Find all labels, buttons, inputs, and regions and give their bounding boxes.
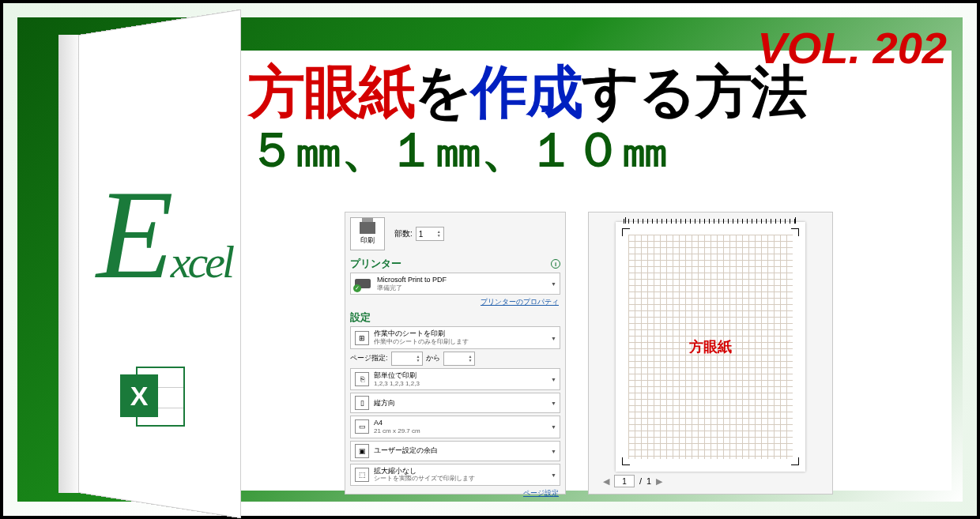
printer-name: Microsoft Print to PDF — [377, 276, 556, 284]
ruler-mark — [625, 217, 626, 224]
settings-section-header: 設定 — [350, 310, 560, 325]
chevron-down-icon: ▼ — [551, 281, 556, 287]
page-to-input[interactable]: ▲▼ — [443, 352, 475, 366]
collate-title: 部単位で印刷 — [374, 371, 556, 380]
print-scope-selector[interactable]: ⊞ 作業中のシートを印刷 作業中のシートのみを印刷します ▼ — [350, 326, 560, 348]
spinner-arrows-icon: ▲▼ — [416, 355, 420, 363]
current-page-input[interactable]: 1 — [614, 475, 635, 487]
paper-size-selector[interactable]: ▭ A4 21 cm x 29.7 cm ▼ — [350, 416, 560, 438]
prev-page-button[interactable]: ◀ — [603, 476, 609, 487]
collate-icon: ⎘ — [355, 372, 369, 386]
total-pages: 1 — [646, 476, 651, 486]
info-icon[interactable]: i — [551, 259, 560, 269]
grid-paper-label: 方眼紙 — [689, 337, 732, 356]
orientation-selector[interactable]: ▯ 縦方向 ▼ — [350, 393, 560, 413]
margins-label: ユーザー設定の余白 — [374, 446, 556, 455]
scaling-selector[interactable]: ⬚ 拡大縮小なし シートを実際のサイズで印刷します ▼ — [350, 464, 560, 486]
title-part-1: 方眼紙 — [248, 60, 414, 123]
printer-section-header: プリンター i — [350, 257, 560, 271]
title-part-2: を — [414, 60, 471, 123]
spinner-arrows-icon: ▲▼ — [469, 355, 473, 363]
printer-device-icon: ✓ — [355, 276, 372, 291]
excel-branding: Excel X — [96, 181, 223, 431]
paper-icon: ▭ — [355, 419, 369, 434]
margins-selector[interactable]: ▣ ユーザー設定の余白 ▼ — [350, 441, 560, 461]
print-button[interactable]: 印刷 — [350, 217, 385, 250]
page-range-row: ページ指定: ▲▼ から ▲▼ — [350, 352, 560, 366]
paper-sub: 21 cm x 29.7 cm — [374, 427, 556, 435]
printer-icon — [360, 222, 375, 234]
page-navigator: ◀ 1 / 1 ▶ — [603, 475, 662, 487]
chevron-down-icon: ▼ — [551, 448, 556, 453]
chevron-down-icon: ▼ — [551, 472, 556, 477]
title-sizes: ５㎜、１㎜、１０㎜ — [248, 118, 806, 182]
title-line-1: 方眼紙を作成する方法 — [248, 62, 806, 122]
grid-paper-preview: 方眼紙 — [628, 235, 793, 459]
preview-page: 方眼紙 — [616, 222, 805, 472]
copies-value: 1 — [419, 230, 424, 239]
page-range-to-label: から — [426, 353, 440, 363]
excel-letter-rest: xcel — [171, 236, 232, 288]
title-block: 方眼紙を作成する方法 ５㎜、１㎜、１０㎜ — [248, 62, 806, 182]
page-range-label: ページ指定: — [350, 353, 388, 363]
print-button-row: 印刷 部数: 1 ▲▼ — [350, 217, 560, 250]
scaling-sub: シートを実際のサイズで印刷します — [374, 475, 556, 483]
excel-letter-e: E — [96, 164, 171, 305]
excel-app-icon: X — [120, 363, 187, 431]
copies-input[interactable]: 1 ▲▼ — [416, 227, 444, 241]
page-sep: / — [639, 476, 642, 486]
scaling-icon: ⬚ — [355, 468, 369, 482]
chevron-down-icon: ▼ — [551, 401, 556, 406]
collate-sub: 1,2,3 1,2,3 1,2,3 — [374, 380, 556, 388]
excel-x-badge: X — [120, 374, 158, 417]
portrait-icon: ▯ — [355, 396, 369, 410]
thumbnail-frame: Excel X VOL. 202 方眼紙を作成する方法 ５㎜、１㎜、１０㎜ 印刷… — [0, 0, 980, 519]
ruler-top — [624, 219, 797, 224]
paper-title: A4 — [374, 419, 556, 427]
chevron-down-icon: ▼ — [551, 424, 556, 430]
print-button-label: 印刷 — [360, 235, 375, 246]
printer-selector[interactable]: ✓ Microsoft Print to PDF 準備完了 ▼ — [350, 273, 560, 295]
chevron-down-icon: ▼ — [551, 335, 556, 340]
volume-number: VOL. 202 — [757, 22, 947, 73]
page-setup-link[interactable]: ページ設定 — [350, 488, 559, 498]
sheet-icon: ⊞ — [355, 331, 369, 345]
printer-status: 準備完了 — [377, 284, 556, 292]
next-page-button[interactable]: ▶ — [656, 476, 662, 487]
copies-label: 部数: — [394, 228, 413, 239]
margins-icon: ▣ — [355, 444, 369, 458]
copies-row: 部数: 1 ▲▼ — [394, 227, 444, 241]
orientation-label: 縦方向 — [374, 399, 556, 408]
title-part-3: 作成 — [471, 60, 582, 123]
scaling-title: 拡大縮小なし — [374, 467, 556, 476]
current-page-value: 1 — [622, 477, 627, 486]
page-from-input[interactable]: ▲▼ — [391, 352, 423, 366]
print-settings-panel: 印刷 部数: 1 ▲▼ プリンター i ✓ Microsoft Print to… — [345, 212, 566, 495]
settings-section-label: 設定 — [350, 310, 371, 325]
ruler-mark — [795, 217, 796, 224]
spinner-arrows-icon: ▲▼ — [437, 230, 441, 238]
print-preview-panel: 方眼紙 ◀ 1 / 1 ▶ — [588, 212, 833, 495]
printer-properties-link[interactable]: プリンターのプロパティ — [350, 297, 559, 307]
scope-title: 作業中のシートを印刷 — [374, 329, 556, 338]
chevron-down-icon: ▼ — [551, 376, 556, 382]
scope-sub: 作業中のシートのみを印刷します — [374, 338, 556, 346]
excel-wordmark: Excel — [96, 181, 223, 288]
collate-selector[interactable]: ⎘ 部単位で印刷 1,2,3 1,2,3 1,2,3 ▼ — [350, 368, 560, 390]
printer-section-label: プリンター — [350, 257, 401, 271]
